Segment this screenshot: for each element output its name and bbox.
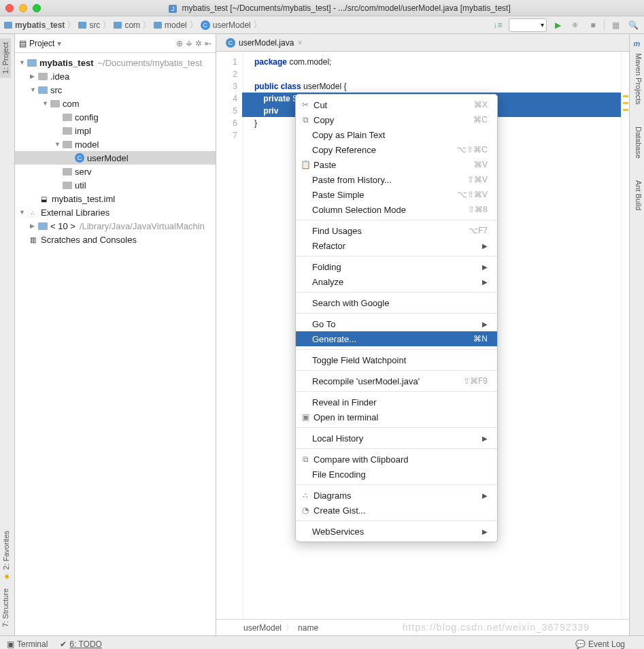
editor-context-menu[interactable]: ✂Cut⌘X⧉Copy⌘CCopy as Plain TextCopy Refe…: [295, 94, 498, 542]
terminal-icon: ▣: [7, 639, 14, 649]
menu-item-paste[interactable]: 📋Paste⌘V: [296, 157, 497, 172]
settings-icon[interactable]: ✲: [195, 39, 202, 48]
project-tree[interactable]: ▼mybatis_test~/Documents/mybatis_test ▶.…: [15, 53, 216, 635]
menu-item-go-to[interactable]: Go To▶: [296, 316, 497, 331]
event-log-icon: 💬: [575, 639, 586, 649]
todo-tool-tab[interactable]: ✔6: TODO: [60, 639, 102, 649]
menu-item-toggle-field-watchpoint[interactable]: Toggle Field Watchpoint: [296, 352, 497, 367]
menu-item-reveal-in-finder[interactable]: Reveal in Finder: [296, 395, 497, 410]
menu-item-copy-reference[interactable]: Copy Reference⌥⇧⌘C: [296, 142, 497, 157]
submenu-arrow-icon: ▶: [482, 492, 488, 499]
menu-item-find-usages[interactable]: Find Usages⌥F7: [296, 223, 497, 238]
menu-item-copy[interactable]: ⧉Copy⌘C: [296, 112, 497, 127]
menu-item-webservices[interactable]: WebServices▶: [296, 524, 497, 539]
menu-item-icon: ▣: [300, 412, 311, 422]
hide-icon[interactable]: ⇤: [205, 39, 211, 48]
editor-breadcrumb[interactable]: userModel 〉 name: [216, 619, 629, 635]
tree-jdk[interactable]: ▶< 10 >/Library/Java/JavaVirtualMachin: [15, 219, 216, 233]
tree-model[interactable]: ▼model: [15, 137, 216, 151]
menu-shortcut: ⇧⌘F9: [463, 376, 488, 386]
menu-item-cut[interactable]: ✂Cut⌘X: [296, 97, 497, 112]
folder-icon: [63, 114, 72, 121]
crumb-model[interactable]: model: [165, 20, 187, 30]
menu-item-refactor[interactable]: Refactor▶: [296, 238, 497, 253]
bottom-tool-bar: ▣Terminal ✔6: TODO 💬Event Log: [0, 635, 644, 649]
bc-class[interactable]: userModel: [243, 623, 282, 633]
menu-item-label: Find Usages: [312, 226, 362, 236]
menu-item-copy-as-plain-text[interactable]: Copy as Plain Text: [296, 127, 497, 142]
ant-tool-tab[interactable]: Ant Build: [630, 176, 644, 214]
close-tab-icon[interactable]: ×: [297, 38, 302, 48]
window-controls: [5, 4, 41, 12]
menu-item-icon: ✂: [300, 100, 311, 110]
maven-icon[interactable]: m: [630, 38, 644, 49]
menu-item-label: Diagrams: [313, 490, 352, 501]
menu-item-generate[interactable]: Generate...⌘N: [296, 331, 497, 346]
crumb-com[interactable]: com: [124, 20, 140, 30]
menu-item-open-in-terminal[interactable]: ▣Open in terminal: [296, 410, 497, 425]
maximize-window-icon[interactable]: [33, 4, 41, 12]
tree-external-libraries[interactable]: ▼⛬External Libraries: [15, 205, 216, 219]
terminal-tool-tab[interactable]: ▣Terminal: [7, 639, 48, 649]
menu-item-column-selection-mode[interactable]: Column Selection Mode⇧⌘8: [296, 202, 497, 217]
close-window-icon[interactable]: [5, 4, 14, 12]
menu-item-icon: ⛬: [300, 490, 311, 500]
structure-tool-tab[interactable]: 7: Structure: [0, 584, 11, 631]
menu-item-paste-from-history[interactable]: Paste from History...⇧⌘V: [296, 172, 497, 187]
database-tool-tab[interactable]: Database: [630, 122, 644, 163]
folder-icon: [63, 168, 72, 176]
tree-idea[interactable]: ▶.idea: [15, 69, 216, 83]
layout-icon[interactable]: ▦: [609, 18, 622, 32]
run-config-dropdown[interactable]: ▾: [509, 18, 547, 32]
menu-shortcut: ⇧⌘8: [468, 205, 488, 214]
menu-item-icon: ⧉: [300, 454, 311, 464]
bc-field[interactable]: name: [298, 623, 318, 633]
event-log-button[interactable]: 💬Event Log: [575, 639, 625, 649]
debug-icon[interactable]: ⛯: [569, 18, 582, 32]
menu-item-local-history[interactable]: Local History▶: [296, 431, 497, 446]
tree-iml[interactable]: ⬓mybatis_test.iml: [15, 192, 216, 205]
menu-item-label: Folding: [312, 262, 341, 272]
crumb-src[interactable]: src: [89, 20, 100, 30]
scratches-icon: ▥: [27, 235, 38, 244]
run-icon[interactable]: ▶: [551, 18, 564, 32]
folder-icon: [114, 22, 122, 29]
tree-scratches[interactable]: ▥Scratches and Consoles: [15, 233, 216, 246]
menu-item-diagrams[interactable]: ⛬Diagrams▶: [296, 488, 497, 503]
tree-src[interactable]: ▼src: [15, 83, 216, 97]
folder-icon: [78, 22, 86, 29]
tree-util[interactable]: util: [15, 178, 216, 192]
tree-com[interactable]: ▼com: [15, 97, 216, 110]
menu-shortcut: ⌥⇧⌘V: [458, 190, 488, 199]
folder-icon: [50, 100, 60, 107]
tree-config[interactable]: config: [15, 110, 216, 124]
menu-item-analyze[interactable]: Analyze▶: [296, 274, 497, 289]
menu-item-label: Column Selection Mode: [312, 205, 406, 215]
search-everywhere-icon[interactable]: [626, 18, 640, 32]
menu-item-compare-with-clipboard[interactable]: ⧉Compare with Clipboard: [296, 452, 497, 467]
minimize-window-icon[interactable]: [19, 4, 27, 12]
maven-tool-tab[interactable]: Maven Projects: [630, 49, 644, 109]
scroll-to-source-icon[interactable]: ⊕: [176, 39, 183, 48]
breadcrumb[interactable]: mybatis_test 〉 src 〉 com 〉 model 〉 C use…: [4, 19, 265, 31]
tree-serv[interactable]: serv: [15, 165, 216, 178]
menu-item-folding[interactable]: Folding▶: [296, 259, 497, 274]
make-icon[interactable]: ↓≡: [491, 18, 505, 32]
tree-usermodel[interactable]: CuserModel: [15, 151, 216, 165]
crumb-class[interactable]: userModel: [213, 20, 251, 30]
editor-tab-usermodel[interactable]: C userModel.java ×: [220, 35, 307, 50]
menu-item-recompile-usermodel-java[interactable]: Recompile 'userModel.java'⇧⌘F9: [296, 373, 497, 388]
tree-impl[interactable]: impl: [15, 124, 216, 137]
menu-item-file-encoding[interactable]: File Encoding: [296, 467, 497, 482]
crumb-project[interactable]: mybatis_test: [15, 20, 65, 30]
menu-item-create-gist[interactable]: ◔Create Gist...: [296, 503, 497, 518]
menu-item-paste-simple[interactable]: Paste Simple⌥⇧⌘V: [296, 187, 497, 202]
project-tool-tab[interactable]: 1: Project: [0, 38, 11, 78]
menu-item-label: Copy: [313, 115, 334, 125]
menu-item-search-with-google[interactable]: Search with Google: [296, 295, 497, 310]
stop-icon[interactable]: ■: [586, 18, 600, 32]
tree-root[interactable]: ▼mybatis_test~/Documents/mybatis_test: [15, 56, 216, 69]
collapse-icon[interactable]: ≑: [186, 39, 192, 48]
folder-icon: [38, 86, 48, 94]
favorites-tool-tab[interactable]: ★ 2: Favorites: [0, 527, 12, 585]
